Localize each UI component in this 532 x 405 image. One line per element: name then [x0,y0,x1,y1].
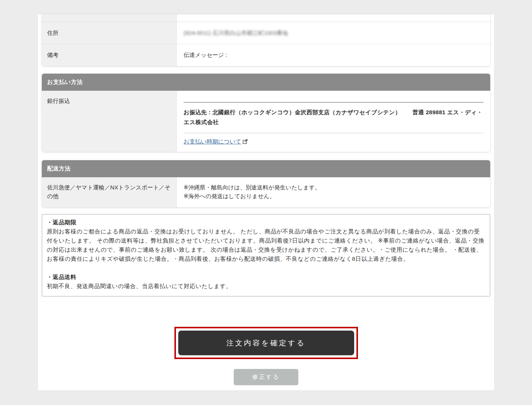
customer-info-table: 住所 (924-0011) 石川県白山市横江町1003番地 備考 伝達メッセージ… [42,14,490,66]
shipping-notes: ※沖縄県・離島向けは、別途送料が発生いたします。 ※海外への発送はしておりません… [177,177,490,207]
shipping-note-overseas: ※海外への発送はしておりません。 [184,192,483,200]
remarks-label: 備考 [42,44,177,66]
table-row-address: 住所 (924-0011) 石川県白山市横江町1003番地 [42,22,490,44]
click-highlight-annotation: 注文内容を確定する [174,327,358,359]
shipping-row: 佐川急便／ヤマト運輸／NXトランスポート／その他 ※沖縄県・離島向けは、別途送料… [42,177,490,207]
payment-section-header: お支払い方法 [42,74,490,91]
table-row-partial [42,14,490,22]
address-label: 住所 [42,22,177,44]
return-fee-title: ・返品送料 [47,273,485,282]
remarks-value: 伝達メッセージ : [177,44,490,66]
policy-spacer [47,263,485,273]
return-fee-body: 初期不良、発送商品間違いの場合、当店着払いにて対応いたします。 [47,282,485,291]
return-deadline-title: ・返品期限 [47,218,485,227]
payment-timing-link[interactable]: お支払い時期について [184,138,241,145]
return-policy-box: ・返品期限 原則お客様のご都合による商品の返品・交換はお受けしておりません。 た… [42,214,490,296]
payment-detail-cell: お振込先 : 北國銀行（ホッコクギンコウ）金沢西部支店（カナザワセイブシテン） … [177,91,490,152]
order-confirmation-panel: 住所 (924-0011) 石川県白山市横江町1003番地 備考 伝達メッセージ… [38,14,494,390]
shipping-section-header: 配送方法 [42,160,490,177]
payment-method-label: 銀行振込 [42,91,177,152]
actions-area: 注文内容を確定する 修正する [38,296,494,385]
bank-transfer-detail: お振込先 : 北國銀行（ホッコクギンコウ）金沢西部支店（カナザワセイブシテン） … [184,102,483,134]
row-value-cell [177,14,490,22]
confirm-order-button[interactable]: 注文内容を確定する [178,331,354,355]
row-label-cell [42,14,177,22]
shipping-method-label: 佐川急便／ヤマト運輸／NXトランスポート／その他 [42,177,177,207]
table-row-remarks: 備考 伝達メッセージ : [42,44,490,66]
shipping-section: 配送方法 佐川急便／ヤマト運輸／NXトランスポート／その他 ※沖縄県・離島向けは… [42,160,490,207]
shipping-note-okinawa: ※沖縄県・離島向けは、別途送料が発生いたします。 [184,183,483,192]
address-value-redacted: (924-0011) 石川県白山市横江町1003番地 [184,30,288,36]
return-deadline-body: 原則お客様のご都合による商品の返品・交換はお受けしておりません。 ただし、商品が… [47,227,485,263]
edit-order-button[interactable]: 修正する [234,369,298,385]
external-link-icon [242,139,248,145]
payment-section: お支払い方法 銀行振込 お振込先 : 北國銀行（ホッコクギンコウ）金沢西部支店（… [42,74,490,152]
payment-row: 銀行振込 お振込先 : 北國銀行（ホッコクギンコウ）金沢西部支店（カナザワセイブ… [42,91,490,152]
